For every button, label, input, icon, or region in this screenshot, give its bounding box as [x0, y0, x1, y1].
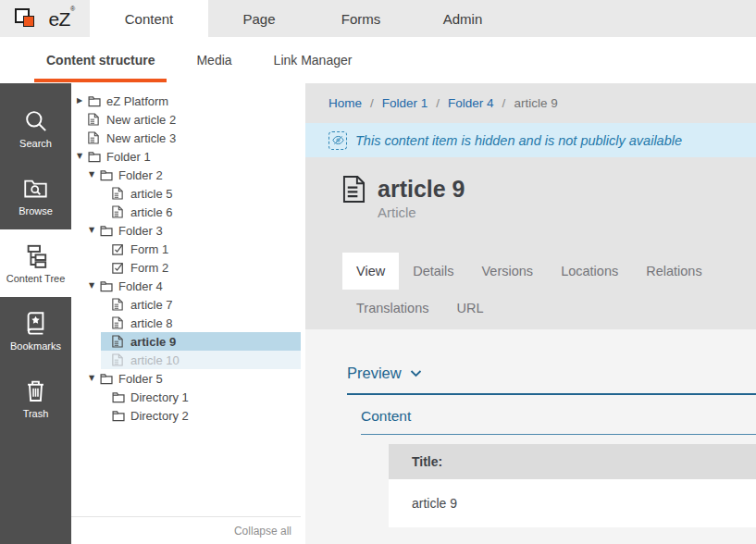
main-panel: Home/Folder 1/Folder 4/article 9 This co…: [305, 83, 756, 544]
tree-item-label: Form 1: [130, 242, 168, 256]
tree-item-label: Directory 1: [130, 390, 189, 404]
preview-toggle[interactable]: Preview: [347, 365, 756, 395]
tree-item-label: Folder 5: [118, 372, 163, 386]
sub-tab-content-structure[interactable]: Content structure: [46, 37, 155, 83]
sidebar-item-trash[interactable]: Trash: [0, 365, 71, 432]
collapse-arrow-icon[interactable]: ▼: [89, 375, 100, 382]
content-tree-icon: [23, 243, 48, 268]
tree-item-article-8[interactable]: article 8: [71, 314, 301, 332]
tree-item-label: Folder 4: [118, 279, 163, 293]
top-tab-content[interactable]: Content: [90, 0, 208, 37]
folder-icon: [88, 95, 102, 107]
content-section: Content Title:article 9: [361, 408, 756, 527]
breadcrumb-current-article-9: article 9: [514, 96, 557, 110]
tab-locations[interactable]: Locations: [547, 253, 632, 290]
tree-item-label: article 5: [130, 187, 173, 201]
tree-item-folder-3[interactable]: ▼Folder 3: [71, 221, 301, 240]
tree-item-directory-2[interactable]: Directory 2: [71, 406, 301, 425]
tab-view[interactable]: View: [342, 253, 399, 290]
sidebar-item-content-tree[interactable]: Content Tree: [0, 229, 71, 297]
collapse-arrow-icon[interactable]: ▼: [89, 171, 100, 179]
folder-icon: [100, 169, 114, 181]
content-tabs: ViewDetailsVersionsLocationsRelationsTra…: [342, 253, 756, 327]
field-name: Title:: [389, 444, 756, 479]
form-icon: [112, 243, 126, 255]
tab-url[interactable]: URL: [442, 290, 497, 327]
sub-tab-media[interactable]: Media: [196, 37, 231, 83]
tree-item-new-article-2[interactable]: New article 2: [71, 110, 301, 129]
breadcrumb-link-folder-1[interactable]: Folder 1: [382, 96, 428, 110]
side-icon-menu: SearchBrowseContent TreeBookmarksTrash: [0, 83, 71, 544]
sidebar-item-label: Search: [19, 139, 52, 149]
app-window: eZ® ContentPageFormsAdmin Content struct…: [0, 0, 756, 544]
tree-item-folder-2[interactable]: ▼Folder 2: [71, 166, 301, 184]
tree-item-form-2[interactable]: Form 2: [71, 258, 301, 277]
article-icon: [112, 298, 126, 311]
tree-item-article-6[interactable]: article 6: [71, 203, 301, 221]
sidebar-item-search[interactable]: Search: [0, 94, 71, 162]
expand-arrow-icon[interactable]: ▶: [77, 97, 88, 105]
tree-item-folder-1[interactable]: ▼Folder 1: [71, 147, 301, 166]
collapse-all-button[interactable]: Collapse all: [234, 525, 291, 538]
collapse-arrow-icon[interactable]: ▼: [89, 227, 100, 234]
article-icon: [88, 131, 102, 144]
tree-item-article-5[interactable]: article 5: [71, 184, 301, 203]
tree-item-article-10[interactable]: article 10: [71, 351, 301, 369]
tree-item-folder-5[interactable]: ▼Folder 5: [71, 369, 301, 388]
tree-item-label: New article 3: [106, 131, 176, 145]
tree-item-label: Folder 3: [118, 224, 163, 238]
tree-item-ez-platform[interactable]: ▶eZ Platform: [71, 92, 301, 110]
sub-nav: Content structureMediaLink Manager: [0, 37, 756, 83]
breadcrumb: Home/Folder 1/Folder 4/article 9: [305, 83, 756, 123]
tree-item-folder-4[interactable]: ▼Folder 4: [71, 277, 301, 295]
breadcrumb-link-home[interactable]: Home: [328, 96, 362, 110]
folder-icon: [88, 151, 102, 163]
tree-item-label: eZ Platform: [106, 94, 168, 108]
collapse-arrow-icon[interactable]: ▼: [89, 282, 100, 290]
page-title: article 9: [378, 178, 465, 201]
notice-text: This content item is hidden and is not p…: [355, 133, 682, 148]
ez-logo: eZ®: [0, 0, 90, 37]
folder-icon: [100, 373, 114, 385]
article-icon: [88, 113, 102, 126]
article-icon: [112, 316, 126, 329]
collapse-arrow-icon[interactable]: ▼: [77, 153, 88, 160]
preview-label: Preview: [347, 365, 402, 382]
tree-footer: Collapse all: [71, 516, 301, 544]
tree-item-label: Folder 1: [106, 150, 151, 164]
folder-icon: [100, 225, 114, 237]
ez-logo-text: eZ®: [48, 9, 74, 29]
top-tab-forms[interactable]: Forms: [310, 0, 412, 37]
tab-details[interactable]: Details: [399, 253, 467, 290]
content-view: Preview Content Title:article 9: [305, 329, 756, 544]
tree-item-form-1[interactable]: Form 1: [71, 240, 301, 258]
browse-icon: [23, 176, 48, 201]
top-nav: ContentPageFormsAdmin: [90, 0, 514, 37]
tree-item-label: New article 2: [106, 113, 176, 127]
article-icon: [112, 353, 126, 366]
sub-tab-link-manager[interactable]: Link Manager: [274, 37, 353, 83]
tree-item-label: Directory 2: [130, 409, 189, 423]
tree-item-label: article 10: [130, 353, 180, 367]
article-icon: [112, 187, 126, 200]
tree-item-label: article 7: [130, 298, 173, 312]
tab-relations[interactable]: Relations: [632, 253, 715, 290]
breadcrumb-link-folder-4[interactable]: Folder 4: [448, 96, 494, 110]
tree-item-article-9[interactable]: article 9: [71, 332, 301, 351]
sidebar-item-label: Browse: [19, 206, 53, 216]
sidebar-item-bookmarks[interactable]: Bookmarks: [0, 297, 71, 365]
top-tab-page[interactable]: Page: [208, 0, 310, 37]
tree-item-directory-1[interactable]: Directory 1: [71, 388, 301, 406]
sidebar-item-browse[interactable]: Browse: [0, 162, 71, 229]
tree-item-article-7[interactable]: article 7: [71, 295, 301, 314]
tab-translations[interactable]: Translations: [342, 290, 442, 327]
breadcrumb-separator: /: [370, 96, 374, 110]
article-icon: [342, 175, 366, 204]
top-bar: eZ® ContentPageFormsAdmin: [0, 0, 756, 37]
tab-versions[interactable]: Versions: [468, 253, 548, 290]
sidebar-item-label: Trash: [23, 409, 49, 419]
trash-icon: [23, 378, 48, 403]
tree-item-new-article-3[interactable]: New article 3: [71, 129, 301, 147]
top-tab-admin[interactable]: Admin: [412, 0, 514, 37]
breadcrumb-separator: /: [502, 96, 506, 110]
